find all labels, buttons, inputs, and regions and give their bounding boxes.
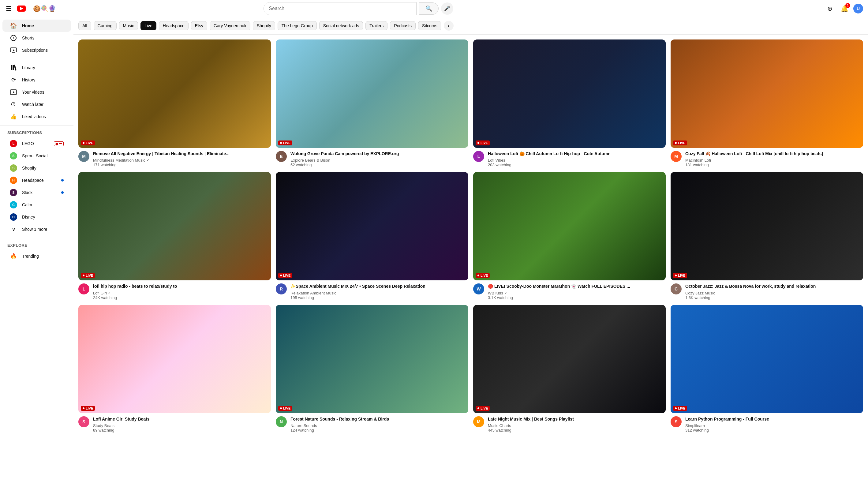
video-card-v3[interactable]: LIVELHalloween Lofi 🎃 Chill Autumn Lo-fi… <box>473 39 666 167</box>
create-button[interactable]: ⊕ <box>824 2 836 15</box>
menu-button[interactable]: ☰ <box>5 5 12 12</box>
sub-label-shopify: Shopify <box>22 165 36 171</box>
search-icon: 🔍 <box>426 5 432 12</box>
live-badge-v6: LIVE <box>278 273 292 278</box>
filter-chip-music[interactable]: Music <box>119 21 138 30</box>
sidebar-item-sprout-social[interactable]: SSprout Social <box>2 150 71 162</box>
live-badge-v3: LIVE <box>476 141 490 145</box>
sidebar-item-slack[interactable]: SSlack <box>2 186 71 199</box>
video-card-v2[interactable]: LIVEEWolong Grove Panda Cam powered by E… <box>276 39 468 167</box>
home-icon: 🏠 <box>10 22 17 29</box>
sidebar-item-disney[interactable]: DDisney <box>2 211 71 223</box>
filter-chip-social-ads[interactable]: Social network ads <box>319 21 363 30</box>
video-channel-v1: Mindfulness Meditation Music✓ <box>93 158 271 162</box>
library-icon <box>10 64 17 71</box>
search-input[interactable] <box>264 2 416 15</box>
video-channel-v8: Cozy Jazz Music <box>685 291 863 295</box>
sidebar-label-watch-later: Watch later <box>22 102 43 107</box>
youtube-logo <box>17 5 28 12</box>
video-card-v5[interactable]: LIVELlofi hip hop radio - beats to relax… <box>79 172 271 300</box>
filter-chip-podcasts[interactable]: Podcasts <box>390 21 416 30</box>
video-thumbnail-v3: LIVE <box>473 39 666 148</box>
video-details-v3: Halloween Lofi 🎃 Chill Autumn Lo-fi Hip-… <box>488 151 666 168</box>
video-card-v12[interactable]: LIVESLearn Python Programming - Full Cou… <box>671 305 863 432</box>
sub-avatar-lego: L <box>10 140 17 147</box>
video-meta-v10: 124 watching <box>290 428 468 432</box>
video-meta-v9: 89 watching <box>93 428 271 432</box>
header-center: 🔍 🎤 <box>264 2 453 15</box>
channel-avatar-v4: M <box>671 151 682 162</box>
video-title-v4: Cozy Fall 🍂 Halloween Lofi - Chill Lofi … <box>685 151 863 157</box>
video-card-v4[interactable]: LIVEMCozy Fall 🍂 Halloween Lofi - Chill … <box>671 39 863 167</box>
show-more-label: Show 1 more <box>22 227 47 232</box>
video-card-v1[interactable]: LIVEMRemove All Negative Energy | Tibeta… <box>79 39 271 167</box>
sidebar-label-subscriptions: Subscriptions <box>22 48 48 53</box>
filter-chip-lego[interactable]: The Lego Group <box>278 21 317 30</box>
filter-chip-etsy[interactable]: Etsy <box>191 21 207 30</box>
sidebar-label-library: Library <box>22 65 35 70</box>
video-card-v6[interactable]: LIVER✨Space Ambient Music MIX 24/7 • Spa… <box>276 172 468 300</box>
filter-chip-sitcoms[interactable]: Sitcoms <box>418 21 441 30</box>
sidebar-item-your-videos[interactable]: Your videos <box>2 86 71 98</box>
video-card-v7[interactable]: LIVEW🔴 LIVE! Scooby-Doo Monster Marathon… <box>473 172 666 300</box>
video-card-v11[interactable]: LIVEMLate Night Music Mix | Best Songs P… <box>473 305 666 432</box>
filter-chip-shopify[interactable]: Shopify <box>253 21 275 30</box>
video-info-v3: LHalloween Lofi 🎃 Chill Autumn Lo-fi Hip… <box>473 151 666 168</box>
svg-marker-2 <box>13 49 15 51</box>
filter-chip-headspace[interactable]: Headspace <box>159 21 189 30</box>
sidebar-label-home: Home <box>22 23 34 28</box>
mic-icon: 🎤 <box>444 5 450 11</box>
sidebar-item-calm[interactable]: CCalm <box>2 199 71 211</box>
svg-rect-4 <box>12 65 14 70</box>
video-card-v9[interactable]: LIVESLofi Anime Girl Study BeatsStudy Be… <box>79 305 271 432</box>
filter-chip-live[interactable]: Live <box>141 21 156 30</box>
your-videos-icon <box>10 88 17 96</box>
mic-button[interactable]: 🎤 <box>441 2 453 15</box>
verified-icon-v1: ✓ <box>147 158 149 162</box>
live-badge-v5: LIVE <box>81 273 95 278</box>
sidebar-item-lego[interactable]: LLEGO⬤ ••• <box>2 138 71 150</box>
video-details-v12: Learn Python Programming - Full CourseSi… <box>685 416 863 433</box>
sub-avatar-sprout-social: S <box>10 152 17 159</box>
sidebar-item-trending[interactable]: 🔥 Trending <box>2 250 71 262</box>
sidebar-item-headspace[interactable]: HHeadspace <box>2 174 71 186</box>
video-card-v10[interactable]: LIVENForest Nature Sounds - Relaxing Str… <box>276 305 468 432</box>
filter-chip-gaming[interactable]: Gaming <box>94 21 117 30</box>
svg-marker-6 <box>13 91 15 93</box>
sidebar-item-history[interactable]: ⟳ History <box>2 74 71 86</box>
notifications-button[interactable]: 🔔 1 <box>839 2 851 15</box>
sidebar-item-liked-videos[interactable]: 👍 Liked videos <box>2 111 71 123</box>
history-icon: ⟳ <box>10 76 17 84</box>
sidebar-label-liked-videos: Liked videos <box>22 114 46 119</box>
video-info-v7: W🔴 LIVE! Scooby-Doo Monster Marathon 👻 W… <box>473 283 666 300</box>
sub-label-disney: Disney <box>22 215 35 219</box>
filter-chip-trailers[interactable]: Trailers <box>366 21 388 30</box>
video-info-v5: Llofi hip hop radio - beats to relax/stu… <box>79 283 271 300</box>
video-channel-v2: Explore Bears & Bison <box>290 158 468 162</box>
filter-next-button[interactable]: › <box>444 21 454 31</box>
sidebar-item-shorts[interactable]: Shorts <box>2 32 71 44</box>
video-info-v4: MCozy Fall 🍂 Halloween Lofi - Chill Lofi… <box>671 151 863 168</box>
user-avatar[interactable]: U <box>853 4 863 13</box>
channel-avatar-v1: M <box>79 151 89 162</box>
sidebar-item-library[interactable]: Library <box>2 62 71 74</box>
sidebar-item-shopify[interactable]: SShopify <box>2 162 71 174</box>
video-info-v10: NForest Nature Sounds - Relaxing Stream … <box>276 416 468 433</box>
filter-chip-all[interactable]: All <box>79 21 91 30</box>
live-badge-v8: LIVE <box>673 273 687 278</box>
filter-chips-container: AllGamingMusicLiveHeadspaceEtsyGary Vayn… <box>79 21 441 30</box>
sidebar-divider-2 <box>0 125 73 125</box>
show-more-button[interactable]: ∨ Show 1 more <box>2 223 71 235</box>
sidebar-item-watch-later[interactable]: ⏱ Watch later <box>2 98 71 111</box>
filter-chip-gary[interactable]: Gary Vaynerchuk <box>210 21 250 30</box>
sidebar-item-home[interactable]: 🏠 Home <box>2 20 71 32</box>
search-button[interactable]: 🔍 <box>419 2 439 15</box>
sidebar-label-your-videos: Your videos <box>22 90 44 95</box>
subscriptions-icon <box>10 47 17 54</box>
live-badge-v2: LIVE <box>278 141 292 145</box>
video-title-v12: Learn Python Programming - Full Course <box>685 416 863 422</box>
video-card-v8[interactable]: LIVECOctober Jazz: Jazz & Bossa Nova for… <box>671 172 863 300</box>
sidebar-item-subscriptions[interactable]: Subscriptions <box>2 44 71 56</box>
video-details-v7: 🔴 LIVE! Scooby-Doo Monster Marathon 👻 Wa… <box>488 283 666 300</box>
video-channel-v10: Nature Sounds <box>290 423 468 428</box>
